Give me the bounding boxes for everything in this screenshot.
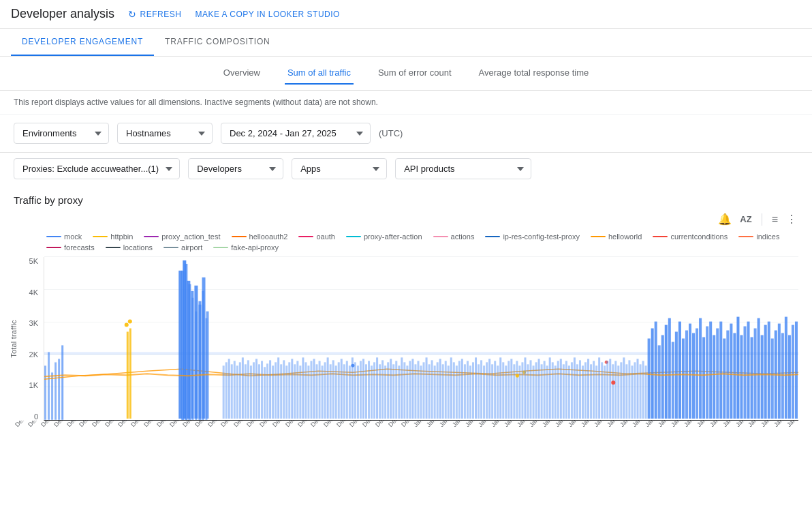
svg-rect-178 [502, 362, 504, 419]
svg-rect-36 [668, 318, 671, 419]
subtab-sum-error-count[interactable]: Sum of error count [375, 62, 454, 85]
svg-rect-103 [296, 361, 298, 419]
svg-rect-48 [709, 322, 712, 419]
developers-filter[interactable]: Developers [188, 158, 283, 179]
date-range-filter[interactable]: Dec 2, 2024 - Jan 27, 2025 [221, 123, 371, 144]
svg-rect-171 [483, 365, 485, 419]
svg-rect-102 [294, 364, 296, 419]
svg-rect-140 [398, 365, 400, 419]
svg-rect-197 [555, 365, 557, 419]
svg-rect-176 [497, 365, 499, 419]
svg-rect-209 [587, 359, 589, 419]
tab-traffic-composition[interactable]: TRAFFIC COMPOSITION [154, 29, 281, 56]
legend-item-proxy-after-action: proxy-after-action [346, 232, 422, 241]
svg-rect-152 [431, 360, 433, 419]
svg-rect-70 [785, 317, 787, 419]
hostnames-filter[interactable]: Hostnames [117, 123, 213, 144]
sort-az-icon[interactable]: AZ [738, 213, 753, 226]
svg-rect-196 [552, 362, 554, 419]
filters-row-2: Proxies: Exclude accuweather...(1) Devel… [0, 153, 812, 187]
subtab-overview[interactable]: Overview [221, 62, 263, 85]
svg-rect-206 [579, 360, 581, 419]
proxies-filter[interactable]: Proxies: Exclude accuweather...(1) [14, 158, 180, 179]
svg-rect-136 [387, 362, 389, 419]
svg-rect-187 [527, 364, 529, 419]
svg-rect-23 [183, 260, 186, 419]
svg-rect-94 [272, 365, 274, 419]
svg-rect-195 [549, 357, 551, 419]
svg-rect-98 [283, 360, 285, 419]
svg-rect-225 [631, 365, 633, 419]
svg-rect-148 [420, 365, 422, 419]
chart-plot [44, 257, 798, 421]
bell-icon[interactable]: 🔔 [717, 211, 733, 227]
svg-rect-143 [406, 365, 408, 419]
y-tick-0: 0 [14, 412, 38, 421]
svg-rect-180 [507, 361, 510, 419]
tab-developer-engagement[interactable]: DEVELOPER ENGAGEMENT [11, 29, 154, 56]
svg-rect-57 [740, 335, 743, 419]
svg-rect-216 [606, 361, 608, 419]
copy-looker-studio-button[interactable]: MAKE A COPY IN LOOKER STUDIO [195, 10, 340, 19]
svg-rect-42 [689, 324, 691, 419]
filter-icon[interactable]: ≡ [770, 212, 779, 227]
svg-rect-198 [557, 361, 559, 419]
refresh-icon: ↻ [128, 9, 137, 20]
svg-rect-154 [437, 362, 439, 419]
svg-rect-134 [381, 360, 384, 419]
svg-rect-153 [434, 365, 436, 419]
subtab-avg-response-time[interactable]: Average total response time [476, 62, 592, 85]
svg-rect-91 [264, 367, 266, 419]
svg-rect-192 [541, 364, 543, 419]
legend-item-locations: locations [106, 243, 153, 252]
svg-rect-202 [568, 365, 570, 419]
svg-rect-123 [352, 357, 354, 419]
svg-rect-190 [535, 362, 537, 419]
svg-rect-25 [191, 291, 193, 419]
svg-rect-117 [335, 365, 337, 419]
subtab-sum-all-traffic[interactable]: Sum of all traffic [285, 62, 354, 85]
legend-item-hellooauth2: hellooauth2 [232, 232, 288, 241]
svg-rect-186 [524, 357, 526, 419]
apps-filter[interactable]: Apps [292, 158, 387, 179]
x-axis-labels: Dec 2, 2024, 12AMDec 2, 2PMDec 3, 4AMDec… [14, 421, 798, 479]
refresh-button[interactable]: ↻ REFRESH [128, 9, 181, 20]
svg-rect-64 [764, 325, 767, 419]
svg-rect-78 [228, 359, 230, 419]
svg-rect-125 [357, 365, 359, 419]
svg-rect-60 [751, 337, 753, 419]
svg-rect-121 [346, 361, 348, 419]
svg-rect-61 [754, 329, 757, 419]
svg-rect-65 [768, 322, 770, 419]
svg-rect-124 [354, 362, 356, 419]
chart-overlay [44, 257, 798, 420]
chart-container: 🔔 AZ ≡ ⋮ mockhttpbinproxy_action_testhel… [0, 209, 812, 485]
svg-rect-207 [582, 365, 584, 419]
more-options-icon[interactable]: ⋮ [785, 211, 798, 227]
svg-rect-147 [417, 361, 419, 419]
svg-rect-82 [239, 362, 241, 419]
sub-tabs: Overview Sum of all traffic Sum of error… [0, 57, 812, 91]
svg-rect-132 [376, 357, 378, 419]
api-products-filter[interactable]: API products [395, 158, 531, 179]
svg-rect-151 [428, 364, 431, 419]
svg-rect-142 [403, 362, 405, 419]
page-header: Developer analysis ↻ REFRESH MAKE A COPY… [0, 0, 812, 29]
chart-toolbar: 🔔 AZ ≡ ⋮ [14, 209, 798, 230]
environments-filter[interactable]: Environments [14, 123, 109, 144]
legend-item-fake-api-proxy: fake-api-proxy [213, 243, 279, 252]
svg-point-232 [516, 374, 519, 378]
svg-rect-146 [414, 364, 416, 419]
legend-item-currentconditions: currentconditions [653, 232, 728, 241]
svg-rect-158 [448, 365, 450, 419]
svg-rect-30 [648, 339, 651, 419]
svg-rect-184 [518, 365, 520, 419]
svg-rect-49 [713, 335, 715, 419]
svg-rect-63 [761, 335, 764, 419]
legend-item-proxy-action-test: proxy_action_test [144, 232, 220, 241]
svg-rect-203 [571, 362, 573, 419]
svg-rect-144 [409, 361, 411, 419]
svg-rect-92 [266, 363, 268, 419]
svg-point-231 [611, 380, 615, 385]
svg-rect-86 [250, 365, 252, 419]
